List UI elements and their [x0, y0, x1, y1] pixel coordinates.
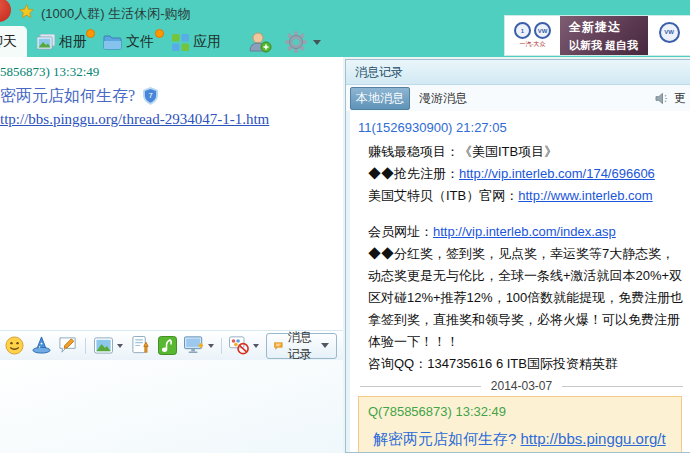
block-dropdown-caret[interactable] [253, 344, 259, 348]
album-notification-dot [86, 29, 95, 38]
block-message-icon[interactable] [229, 336, 249, 356]
add-member-button[interactable] [248, 29, 272, 55]
chat-message-line: 密两元店如何生存? 7 [0, 84, 343, 108]
settings-dropdown-caret[interactable] [313, 40, 321, 45]
chat-panel: 5856873) 13:32:49 密两元店如何生存? 7 ttp://bbs.… [0, 57, 343, 453]
album-icon [37, 34, 55, 50]
ad-slogan-line1: 全新捷达 [569, 19, 648, 36]
group-avatar[interactable] [0, 0, 11, 22]
image-icon[interactable] [93, 336, 113, 356]
files-notification-dot [155, 29, 164, 38]
ad-brand-box: 1 VW 一汽-大众 [505, 16, 560, 55]
tab-local-messages[interactable]: 本地消息 [350, 87, 410, 110]
qq-group-chat-window: (1000人群) 生活休闲-购物 聊天 相册 文件 [0, 0, 690, 453]
history-tabs: 本地消息 漫游消息 更 [346, 85, 690, 112]
tab-apps-label: 应用 [193, 33, 221, 51]
message-text: ◆◆抢先注册： [368, 166, 459, 181]
doodle-icon[interactable] [58, 336, 78, 356]
history-panel: 消息记录 本地消息 漫游消息 更 11(1526930900) 21:27:05… [345, 59, 690, 453]
apps-icon [172, 34, 189, 51]
ad-slogan-line2: 以新我 超自我 [569, 38, 648, 53]
svg-text:7: 7 [149, 91, 153, 100]
chat-input-area[interactable] [0, 360, 343, 453]
security-shield-icon[interactable]: 7 [143, 87, 158, 105]
tab-album[interactable]: 相册 [37, 29, 87, 55]
screen-share-dropdown-caret[interactable] [208, 344, 214, 348]
vw-logo-icon: VW [534, 22, 551, 39]
history-bubble-icon [274, 339, 283, 353]
ad-right-text [668, 44, 670, 50]
screen-share-icon[interactable] [184, 336, 204, 356]
history-button-label: 消息记录 [288, 329, 314, 363]
message-text: 赚钱最稳项目：《美国ITB项目》 [368, 144, 557, 159]
image-dropdown-caret[interactable] [117, 344, 123, 348]
history-message-sender: 11(1526930900) 21:27:05 [358, 119, 685, 137]
vw-logo-icon: VW [659, 22, 680, 43]
settings-button[interactable] [285, 29, 321, 55]
message-text: ◆◆分红奖，签到奖，见点奖，幸运奖等7大静态奖，动态奖更是无与伦比，全球一条线+… [368, 246, 683, 349]
message-text: 美国艾特贝（ITB）官网： [368, 188, 518, 203]
highlighted-message: Q(785856873) 13:32:49 解密两元店如何生存? http://… [358, 396, 682, 452]
window-title: (1000人群) 生活休闲-购物 [41, 5, 191, 23]
main-region: 5856873) 13:32:49 密两元店如何生存? 7 ttp://bbs.… [0, 57, 690, 453]
more-button[interactable]: 更 [674, 90, 686, 107]
emoticon-icon[interactable] [4, 336, 24, 356]
message-link[interactable]: http://vip.interleb.com/index.asp [433, 224, 616, 239]
date-divider-label: 2014-03-07 [491, 379, 552, 393]
magic-expression-icon[interactable] [31, 336, 51, 356]
tab-files-label: 文件 [126, 33, 154, 51]
date-divider: 2014-03-07 [360, 379, 683, 393]
ad-slogan-box: 全新捷达 以新我 超自我 [560, 16, 648, 55]
tab-files[interactable]: 文件 [103, 29, 154, 55]
highlighted-message-text: 解密两元店如何生存? [373, 430, 521, 447]
tab-roaming-messages[interactable]: 漫游消息 [410, 88, 476, 109]
history-message-body: 赚钱最稳项目：《美国ITB项目》◆◆抢先注册：http://vip.interl… [368, 141, 685, 375]
history-content: 11(1526930900) 21:27:05 赚钱最稳项目：《美国ITB项目》… [346, 111, 690, 452]
chat-sender-line: 5856873) 13:32:49 [0, 63, 343, 81]
tab-chat[interactable]: 聊天 [0, 26, 27, 57]
chat-toolbar: 消息记录 [0, 330, 343, 360]
speaker-icon[interactable] [655, 92, 670, 105]
files-icon [103, 35, 122, 50]
history-toggle-button[interactable]: 消息记录 [266, 333, 337, 359]
chat-message-link[interactable]: ttp://bbs.pinggu.org/thread-2934047-1-1.… [0, 108, 343, 130]
history-dropdown-caret[interactable] [321, 343, 329, 348]
send-file-icon[interactable] [130, 336, 150, 356]
highlighted-message-body: 解密两元店如何生存? http://bbs.pinggu.org/thread-… [373, 427, 673, 452]
favorite-star-icon[interactable] [19, 4, 34, 19]
highlighted-message-sender: Q(785856873) 13:32:49 [368, 403, 673, 420]
message-text: 咨询QQ：134735616 6 ITB国际投资精英群 [368, 356, 618, 371]
ad-brand-text: 一汽-大众 [520, 40, 546, 49]
toolbar-separator [221, 338, 222, 354]
tab-apps[interactable]: 应用 [172, 29, 221, 55]
add-member-icon [248, 31, 272, 53]
history-panel-title: 消息记录 [346, 60, 690, 85]
message-text: 会员网址： [368, 224, 433, 239]
ad-right-box: VW [648, 16, 690, 55]
tab-album-label: 相册 [59, 33, 87, 51]
toolbar-separator [85, 338, 86, 354]
faw-logo-icon: 1 [514, 22, 531, 39]
message-link[interactable]: http://www.interleb.com [518, 188, 652, 203]
chat-message-area: 5856873) 13:32:49 密两元店如何生存? 7 ttp://bbs.… [0, 57, 343, 330]
music-icon[interactable] [157, 336, 177, 356]
message-link[interactable]: http://vip.interleb.com/174/696606 [459, 166, 655, 181]
ad-banner[interactable]: 1 VW 一汽-大众 全新捷达 以新我 超自我 VW [505, 16, 690, 55]
settings-gear-icon [285, 31, 307, 53]
chat-message-text: 密两元店如何生存? [0, 84, 135, 108]
